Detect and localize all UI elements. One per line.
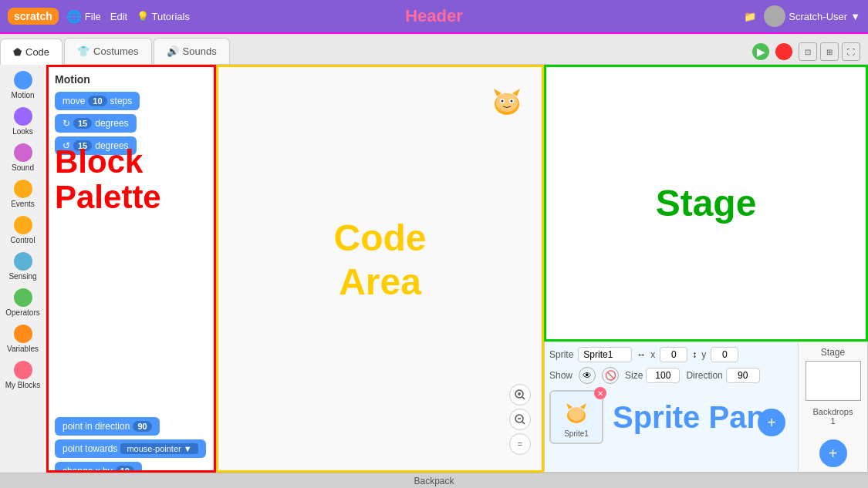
green-flag-button[interactable]: ▶ — [752, 43, 769, 60]
header-title: Header — [405, 6, 463, 26]
sprite-name-input[interactable] — [578, 347, 632, 362]
globe-icon[interactable]: 🌐 — [66, 9, 82, 24]
svg-point-4 — [502, 100, 504, 103]
block-point-towards[interactable]: point towards mouse-pointer ▼ — [55, 439, 208, 458]
sprite-delete-icon[interactable]: ✕ — [594, 387, 606, 399]
svg-point-16 — [569, 407, 584, 421]
block-turn-ccw[interactable]: ↺ 15 degrees — [55, 136, 208, 155]
folder-icon[interactable]: 📁 — [744, 11, 756, 22]
tabs-row: ⬟ Code 👕 Costumes 🔊 Sounds ▶ ⊡ ⊞ ⛶ — [0, 34, 868, 65]
block-point-direction[interactable]: point in direction 90 — [55, 417, 208, 436]
point-dir-label: point in direction — [62, 421, 130, 432]
variables-label: Variables — [7, 345, 39, 353]
point-towards-label: point towards — [62, 443, 117, 454]
bottom-blocks: point in direction 90 point towards mous… — [55, 417, 208, 473]
svg-point-5 — [511, 100, 513, 103]
zoom-reset-button[interactable]: = — [509, 433, 531, 455]
fullscreen-button[interactable]: ⛶ — [842, 42, 860, 61]
costumes-icon: 👕 — [77, 45, 90, 57]
x-label: x — [650, 349, 655, 360]
point-dir-value: 90 — [133, 421, 151, 432]
move-steps-block[interactable]: move 10 steps — [55, 92, 140, 110]
show-eye-button[interactable]: 👁 — [579, 367, 596, 384]
stage-label: Stage — [656, 182, 757, 224]
looks-label: Looks — [12, 127, 33, 136]
backpack-area[interactable]: Backpack — [0, 473, 868, 488]
point-towards-dropdown[interactable]: mouse-pointer ▼ — [120, 443, 198, 454]
tab-sounds[interactable]: 🔊 Sounds — [154, 38, 230, 64]
turn-ccw-icon: ↺ — [62, 140, 70, 151]
sidebar-item-operators[interactable]: Operators — [2, 285, 45, 320]
add-backdrop-button[interactable]: + — [819, 439, 847, 467]
sidebar-item-variables[interactable]: Variables — [2, 321, 45, 356]
svg-point-1 — [496, 93, 518, 112]
move-label: move — [62, 96, 85, 106]
right-panel: Stage Sprite ↔ x ↕ y Show 👁 — [544, 65, 868, 473]
view-controls: ⊡ ⊞ ⛶ — [799, 42, 860, 61]
block-change-x[interactable]: change x by 10 — [55, 462, 208, 473]
stage-mini-thumbnail[interactable] — [806, 361, 861, 401]
sidebar-item-looks[interactable]: Looks — [2, 104, 45, 139]
direction-group: Direction — [686, 368, 759, 383]
zoom-out-button[interactable] — [509, 409, 531, 430]
sensing-label: Sensing — [8, 272, 36, 281]
tutorials-icon: 💡 — [137, 11, 149, 22]
nav-file[interactable]: File — [85, 11, 101, 22]
code-area[interactable]: Code Area — [216, 65, 544, 473]
sidebar-item-control[interactable]: Control — [2, 213, 45, 247]
stage-mini-label: Stage — [821, 347, 845, 358]
stop-button[interactable] — [775, 43, 792, 60]
svg-line-9 — [522, 397, 525, 399]
move-steps-value: 10 — [88, 96, 106, 106]
stage-area: Stage — [544, 65, 868, 342]
variables-dot — [14, 325, 32, 343]
scratch-cat-icon — [488, 82, 526, 121]
turn-cw-block[interactable]: ↻ 15 degrees — [55, 114, 137, 133]
myblocks-dot — [14, 361, 32, 379]
scratch-logo[interactable]: scratch — [8, 8, 59, 25]
nav-edit[interactable]: Edit — [110, 11, 127, 22]
sound-label: Sound — [12, 163, 34, 172]
myblocks-label: My Blocks — [5, 381, 41, 389]
sidebar-item-myblocks[interactable]: My Blocks — [2, 358, 45, 392]
point-direction-block[interactable]: point in direction 90 — [55, 417, 160, 436]
nav-tutorials[interactable]: 💡 Tutorials — [137, 11, 190, 22]
code-area-label: Code Area — [334, 215, 427, 304]
tab-code[interactable]: ⬟ Code — [0, 39, 62, 65]
sprite-pane-big-label: Sprite Pane — [613, 392, 782, 443]
sprite-thumb-label: Sprite1 — [564, 429, 589, 438]
sidebar-item-sound[interactable]: Sound — [2, 140, 45, 175]
block-turn-cw[interactable]: ↻ 15 degrees — [55, 114, 208, 133]
size-input[interactable] — [646, 368, 680, 383]
direction-input[interactable] — [726, 368, 760, 383]
y-input[interactable] — [711, 347, 738, 362]
zoom-in-button[interactable] — [509, 384, 531, 406]
app-header: scratch 🌐 File Edit 💡 Tutorials Header 📁… — [0, 0, 868, 34]
tab-costumes[interactable]: 👕 Costumes — [64, 38, 152, 64]
show-row: Show 👁 🚫 Size Direction — [549, 367, 793, 384]
size-group: Size — [625, 368, 680, 383]
sprite-thumbnail[interactable]: ✕ Sprite1 — [549, 390, 603, 444]
block-categories-sidebar: Motion Looks Sound Events Control Sensin… — [0, 65, 46, 473]
large-stage-button[interactable]: ⊞ — [820, 42, 839, 61]
looks-dot — [14, 107, 32, 126]
hide-eye-button[interactable]: 🚫 — [602, 367, 619, 384]
sidebar-item-sensing[interactable]: Sensing — [2, 249, 45, 284]
user-area[interactable]: Scratch-User ▼ — [764, 5, 860, 27]
turn-ccw-block[interactable]: ↺ 15 degrees — [55, 136, 137, 155]
point-towards-block[interactable]: point towards mouse-pointer ▼ — [55, 439, 206, 458]
palette-title: Motion — [55, 73, 208, 86]
svg-marker-17 — [566, 403, 572, 409]
add-sprite-button[interactable]: + — [758, 409, 785, 436]
stage-mini-panel: Stage Backdrops 1 + — [798, 342, 867, 472]
turn-cw-icon: ↻ — [62, 118, 70, 129]
change-x-block[interactable]: change x by 10 — [55, 462, 142, 473]
block-move[interactable]: move 10 steps — [55, 92, 208, 110]
small-stage-button[interactable]: ⊡ — [799, 42, 817, 61]
x-input[interactable] — [660, 347, 687, 362]
block-palette: Motion move 10 steps ↻ 15 degrees ↺ 15 d… — [46, 65, 216, 473]
change-x-value: 10 — [116, 466, 134, 473]
direction-label: Direction — [686, 370, 722, 381]
sidebar-item-events[interactable]: Events — [2, 177, 45, 211]
sidebar-item-motion[interactable]: Motion — [2, 68, 45, 103]
